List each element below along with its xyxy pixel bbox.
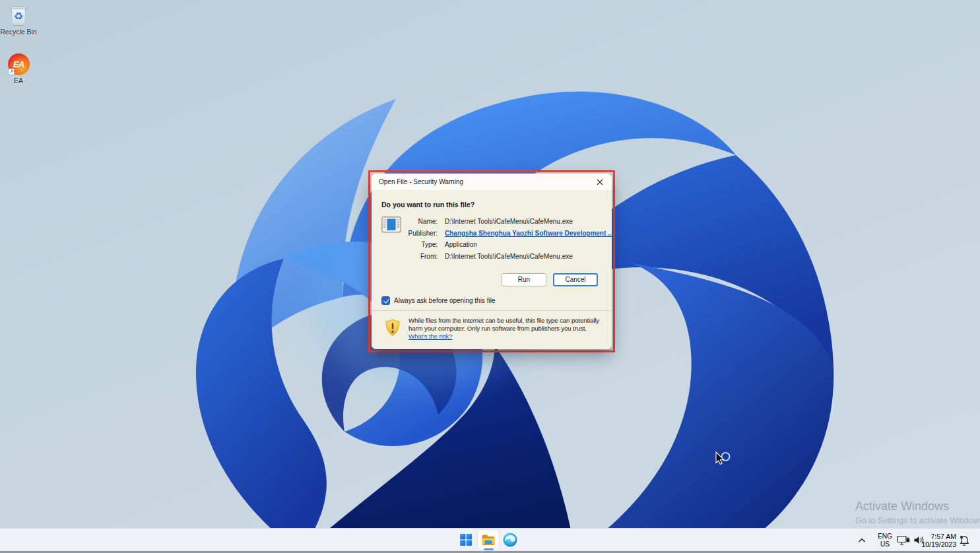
desktop-icon-label: Recycle Bin [0, 28, 36, 36]
notifications-button[interactable] [957, 529, 971, 552]
clock-tray-button[interactable]: 7:57 AM 10/19/2023 [913, 529, 956, 552]
watermark-line2: Go to Settings to activate Windows [855, 516, 980, 525]
close-icon[interactable] [592, 176, 608, 188]
field-value: D:\Internet Tools\iCafeMenu\iCafeMenu.ex… [445, 218, 573, 226]
field-label: Name: [372, 218, 438, 226]
always-ask-checkbox[interactable] [381, 296, 390, 305]
language-code: ENG [878, 533, 892, 540]
field-label: From: [372, 253, 438, 261]
security-warning-dialog: Open File - Security Warning Do you want… [372, 174, 612, 349]
dialog-heading: Do you want to run this file? [381, 201, 474, 209]
cancel-button[interactable]: Cancel [553, 273, 598, 286]
file-type-row: Type: Application [372, 241, 605, 249]
warning-text-line2: harm your computer. Only run software fr… [408, 325, 608, 333]
whats-the-risk-link[interactable]: What's the risk? [408, 333, 452, 341]
tray-date: 10/19/2023 [921, 540, 956, 548]
dialog-titlebar[interactable]: Open File - Security Warning [372, 174, 612, 190]
desktop-icon-label: EA [14, 77, 23, 84]
active-app-indicator [484, 548, 494, 550]
file-from-row: From: D:\Internet Tools\iCafeMenu\iCafeM… [372, 253, 605, 261]
publisher-link[interactable]: Changsha Shenghua Yaozhi Software Develo… [445, 230, 612, 238]
field-label: Type: [372, 241, 438, 249]
field-value: Application [445, 241, 477, 249]
notification-bell-icon [958, 535, 970, 546]
desktop-icon-ea[interactable]: EA ↗ EA [0, 53, 40, 84]
taskbar: ENG US 7:57 AM 10/19/2023 [0, 528, 980, 551]
publisher-row: Publisher: Changsha Shenghua Yaozhi Soft… [372, 230, 605, 238]
field-label: Publisher: [372, 230, 438, 238]
file-explorer-icon [480, 532, 496, 548]
tray-show-hidden-icons[interactable] [855, 529, 869, 552]
desktop-icon-recycle-bin[interactable]: ♻ Recycle Bin [0, 4, 40, 36]
edge-icon [502, 532, 518, 548]
edge-browser-button[interactable] [500, 530, 521, 550]
recycle-arrows-icon: ♻ [7, 8, 30, 25]
tray-time: 7:57 AM [931, 533, 956, 540]
warning-shield-icon [385, 319, 401, 338]
windows-logo-icon [459, 533, 473, 547]
file-explorer-button[interactable] [478, 530, 499, 550]
language-indicator[interactable]: ENG US [876, 529, 894, 552]
watermark-line1: Activate Windows [855, 500, 980, 513]
chevron-up-icon [858, 538, 866, 543]
field-value: D:\Internet Tools\iCafeMenu\iCafeMenu.ex… [445, 253, 573, 261]
dialog-title: Open File - Security Warning [379, 178, 463, 185]
language-region: US [880, 540, 890, 548]
network-icon [897, 535, 910, 546]
warning-text-line1: While files from the Internet can be use… [408, 317, 608, 325]
run-button[interactable]: Run [502, 273, 546, 286]
desktop: ♻ Recycle Bin EA ↗ EA Activate Windows G… [0, 0, 980, 553]
shortcut-arrow-icon: ↗ [8, 69, 15, 75]
file-name-row: Name: D:\Internet Tools\iCafeMenu\iCafeM… [372, 218, 605, 226]
start-button[interactable] [455, 530, 476, 550]
network-tray-button[interactable] [896, 529, 911, 552]
checkbox-label: Always ask before opening this file [394, 297, 495, 304]
activate-windows-watermark: Activate Windows Go to Settings to activ… [855, 500, 980, 525]
dialog-warning-footer: While files from the Internet can be use… [372, 310, 612, 349]
always-ask-checkbox-row[interactable]: Always ask before opening this file [381, 296, 495, 305]
